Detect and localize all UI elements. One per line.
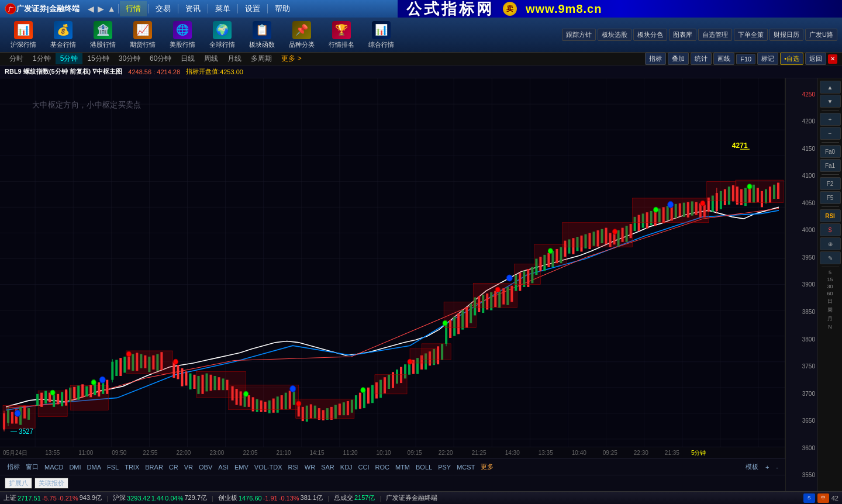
sidebar-scroll-up[interactable]: ▲ (820, 81, 841, 94)
ind-cr[interactable]: CR (167, 463, 181, 471)
rtb-sector-pick[interactable]: 板块选股 (598, 29, 632, 41)
ind-btn-stats[interactable]: 统计 (691, 53, 712, 65)
bottom-bar: 扩展八 关联报价 (0, 475, 785, 491)
ind-btn-mark[interactable]: 标记 (757, 53, 778, 65)
ind-indicator[interactable]: 指标 (5, 462, 22, 472)
ind-boll[interactable]: BOLL (413, 463, 434, 471)
sidebar-fa1[interactable]: Fa1 (820, 159, 841, 172)
nav-item-settings[interactable]: 设置 (239, 1, 266, 16)
sidebar-fa0[interactable]: Fa0 (820, 145, 841, 158)
ind-emv[interactable]: EMV (232, 463, 251, 471)
toolbar-label-types: 品种分类 (289, 40, 315, 49)
tp-monthly[interactable]: 月线 (223, 53, 246, 64)
expand-btn[interactable]: 扩展八 (5, 478, 32, 489)
plus-btn[interactable]: + (763, 463, 771, 471)
sidebar-scroll-down[interactable]: ▼ (820, 95, 841, 108)
rtb-sector-color[interactable]: 板块分色 (633, 29, 667, 41)
svg-rect-70 (123, 357, 126, 373)
svg-rect-63 (98, 382, 100, 396)
sidebar-f2[interactable]: F2 (820, 177, 841, 190)
rtb-tracking[interactable]: 跟踪方针 (562, 29, 596, 41)
toolbar-item-global[interactable]: 🌍 全球行情 (203, 20, 241, 50)
rtb-gf-route[interactable]: 广发U路 (805, 29, 837, 41)
ind-dmi[interactable]: DMI (67, 463, 83, 471)
toolbar-item-futures[interactable]: 📈 期货行情 (124, 20, 161, 50)
nav-item-trade[interactable]: 交易 (150, 1, 177, 16)
toolbar-item-sector[interactable]: 📋 板块函数 (243, 20, 281, 50)
ind-trix[interactable]: TRIX (122, 463, 142, 471)
sidebar-draw[interactable]: ✎ (820, 251, 841, 264)
ind-window[interactable]: 窗口 (23, 462, 41, 472)
tp-more[interactable]: 更多 > (277, 53, 306, 64)
linked-price-btn[interactable]: 关联报价 (34, 478, 68, 489)
sidebar-zoom-in[interactable]: + (820, 113, 841, 126)
ind-btn-f10[interactable]: F10 (736, 54, 755, 64)
tp-multi[interactable]: 多周期 (246, 53, 277, 64)
rtb-watchlist[interactable]: 自选管理 (698, 29, 732, 41)
nav-forward[interactable]: ▶ (96, 4, 105, 13)
template-btn[interactable]: 模板 (743, 462, 761, 472)
ind-btn-watchlist[interactable]: •自选 (780, 53, 803, 65)
ind-btn-indicator[interactable]: 指标 (645, 53, 666, 65)
top-banner: 广 广发证券|金融终端 ◀ ▶ ▲ 行情 交易 资讯 菜单 设置 帮助 公 (0, 0, 842, 18)
ind-sar[interactable]: SAR (319, 463, 337, 471)
ind-voltdx[interactable]: VOL-TDX (252, 463, 285, 471)
tp-30min[interactable]: 30分钟 (114, 53, 145, 64)
close-chart-btn[interactable]: ✕ (828, 54, 837, 64)
toolbar-item-hk[interactable]: 🏦 港股行情 (84, 20, 122, 50)
logo-icon: 广 (5, 3, 16, 15)
ind-macd[interactable]: MACD (42, 463, 65, 471)
tp-5min[interactable]: 5分钟 (56, 53, 83, 64)
nav-back[interactable]: ◀ (87, 4, 95, 13)
ind-cci[interactable]: CCI (356, 463, 372, 471)
tp-daily[interactable]: 日线 (176, 53, 199, 64)
ind-dma[interactable]: DMA (85, 463, 103, 471)
ind-btn-overlay[interactable]: 叠加 (668, 53, 689, 65)
toolbar-item-fund[interactable]: 💰 基金行情 (44, 20, 82, 50)
ind-kdj[interactable]: KDJ (338, 463, 355, 471)
ind-mtm[interactable]: MTM (393, 463, 412, 471)
toolbar-item-shanghai[interactable]: 📊 沪深行情 (5, 20, 42, 50)
ind-rsi[interactable]: RSI (286, 463, 301, 471)
tp-minute[interactable]: 分时 (5, 53, 28, 64)
tp-weekly[interactable]: 周线 (199, 53, 223, 64)
ind-btn-return[interactable]: 返回 (805, 53, 826, 65)
ind-asi[interactable]: ASI (216, 463, 231, 471)
svg-rect-47 (36, 394, 39, 406)
rtb-order[interactable]: 下单全策 (734, 29, 768, 41)
ind-fsl[interactable]: FSL (105, 463, 121, 471)
toolbar-item-comprehensive[interactable]: 📊 综合行情 (363, 20, 400, 50)
chart-title: RBL9 螺纹指数(5分钟 前复权) ∇中枢主图 (5, 67, 122, 76)
toolbar-item-us[interactable]: 🌐 美股行情 (164, 20, 201, 50)
sidebar-cross[interactable]: ⊕ (820, 237, 841, 250)
nav-item-quotes[interactable]: 行情 (120, 1, 147, 16)
svg-rect-152 (410, 349, 436, 363)
nav-item-menu[interactable]: 菜单 (209, 1, 236, 16)
tp-1min[interactable]: 1分钟 (28, 53, 56, 64)
ind-obv[interactable]: OBV (196, 463, 215, 471)
ind-wr[interactable]: WR (302, 463, 318, 471)
nav-item-info[interactable]: 资讯 (180, 1, 206, 16)
ind-btn-draw[interactable]: 画线 (713, 53, 734, 65)
minus-btn[interactable]: - (774, 463, 781, 471)
tp-15min[interactable]: 15分钟 (82, 53, 113, 64)
ind-mcst[interactable]: MCST (454, 463, 477, 471)
sidebar-f5[interactable]: F5 (820, 191, 841, 204)
sidebar-zoom-out[interactable]: − (820, 127, 841, 140)
toolbar-item-ranking[interactable]: 🏆 行情排名 (323, 20, 360, 50)
ind-roc[interactable]: ROC (373, 463, 392, 471)
tp-60min[interactable]: 60分钟 (145, 53, 176, 64)
ind-vr[interactable]: VR (182, 463, 195, 471)
sidebar-rsi[interactable]: RSI (820, 209, 841, 222)
chart-container[interactable]: 4271 (0, 78, 785, 458)
sidebar-dollar[interactable]: $ (820, 223, 841, 236)
nav-item-help[interactable]: 帮助 (269, 1, 296, 16)
toolbar-label-sector: 板块函数 (249, 40, 275, 49)
nav-up[interactable]: ▲ (106, 4, 117, 13)
rtb-chart-lib[interactable]: 图表库 (669, 29, 696, 41)
ind-psy[interactable]: PSY (436, 463, 453, 471)
rtb-calendar[interactable]: 财报日历 (769, 29, 803, 41)
ind-more[interactable]: 更多 (478, 462, 496, 472)
toolbar-item-types[interactable]: 📌 品种分类 (283, 20, 320, 50)
ind-brar[interactable]: BRAR (143, 463, 165, 471)
